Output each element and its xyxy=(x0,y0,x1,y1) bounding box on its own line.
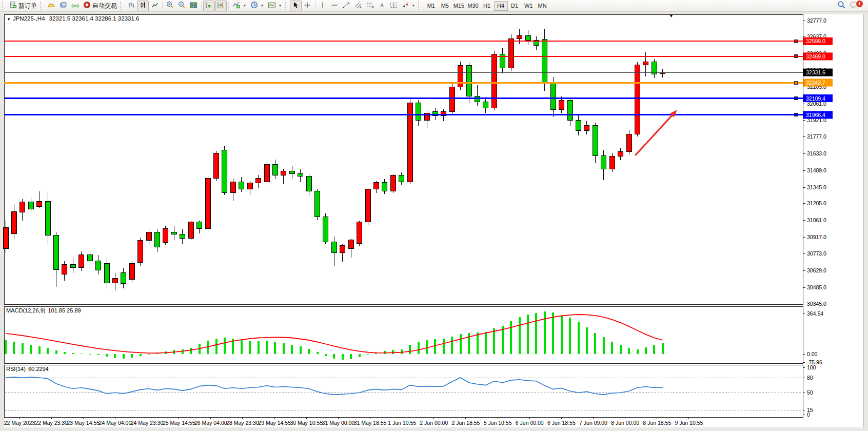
rsi-indicator-label: RSI(14)60.2294 xyxy=(6,366,49,372)
auto-scroll-button[interactable] xyxy=(203,1,215,11)
channel-icon: E xyxy=(354,2,362,10)
autotrading-label: 自动交易 xyxy=(92,2,117,10)
svg-text:32331.6: 32331.6 xyxy=(806,69,825,75)
new-order-icon xyxy=(9,1,17,10)
svg-text:8 Jun 00:00: 8 Jun 00:00 xyxy=(611,420,639,426)
svg-text:6 Jun 18:55: 6 Jun 18:55 xyxy=(547,420,576,426)
indicators-icon xyxy=(232,1,241,10)
rsi-value: 60.2294 xyxy=(28,366,49,372)
toolbar-separator xyxy=(201,2,202,10)
toolbar-grip[interactable] xyxy=(285,2,288,10)
svg-text:30345.0: 30345.0 xyxy=(807,301,826,307)
horizontal-line-button[interactable] xyxy=(329,1,341,11)
data-window-button[interactable] xyxy=(57,1,69,11)
svg-text:31633.0: 31633.0 xyxy=(807,150,826,156)
symbol-dropdown-icon[interactable]: ▼ xyxy=(7,17,11,22)
gold-ingot-icon xyxy=(47,2,55,10)
text-button[interactable]: A xyxy=(376,1,388,11)
text-label-icon: T xyxy=(390,2,398,10)
tf-W1-button[interactable]: W1 xyxy=(522,1,536,11)
svg-text:32109.4: 32109.4 xyxy=(806,95,825,102)
crosshair-icon xyxy=(304,2,311,10)
dropdown-caret-icon: ▼ xyxy=(412,4,415,7)
ohlc-bars-icon xyxy=(128,2,135,10)
tf-H1-button[interactable]: H1 xyxy=(480,1,494,11)
tf-M30-button[interactable]: M30 xyxy=(466,1,480,11)
zoom-in-icon xyxy=(166,1,174,10)
symbol-title: JPN225-,H4 xyxy=(13,15,45,22)
toolbar-grip[interactable] xyxy=(2,2,5,10)
tf-M1-button[interactable]: M1 xyxy=(424,1,438,11)
fibonacci-icon: F xyxy=(366,2,374,10)
dropdown-caret-icon: ▼ xyxy=(243,4,246,7)
chart-canvas[interactable]: 32777.032637.032493.032349.032205.032061… xyxy=(0,0,868,431)
vertical-line-icon xyxy=(320,2,326,10)
svg-text:8 Jun 18:55: 8 Jun 18:55 xyxy=(643,420,671,426)
trendline-button[interactable] xyxy=(341,1,352,11)
macd-name: MACD(12,26,9) xyxy=(6,307,45,314)
fibonacci-button[interactable]: F xyxy=(364,1,376,11)
svg-text:30485.0: 30485.0 xyxy=(807,284,826,290)
svg-text:32243.7: 32243.7 xyxy=(806,80,825,86)
svg-text:0: 0 xyxy=(807,412,810,418)
line-chart-icon xyxy=(151,2,159,10)
svg-text:32469.0: 32469.0 xyxy=(806,53,825,60)
text-label-button[interactable]: T xyxy=(388,1,400,11)
zoom-out-icon xyxy=(178,1,186,10)
signal-icon xyxy=(71,2,79,10)
templates-button[interactable]: ▼ xyxy=(266,1,284,11)
toolbar-grip[interactable] xyxy=(40,2,43,10)
dropdown-caret-icon: ▼ xyxy=(261,4,264,7)
tf-D1-button[interactable]: D1 xyxy=(508,1,522,11)
svg-text:30917.0: 30917.0 xyxy=(807,234,826,240)
bar-chart-button[interactable] xyxy=(125,1,137,11)
zoom-in-button[interactable] xyxy=(164,1,176,11)
equidistant-channel-button[interactable]: E xyxy=(352,1,364,11)
svg-text:30773.0: 30773.0 xyxy=(807,250,826,257)
tf-M5-button[interactable]: M5 xyxy=(438,1,452,11)
svg-text:7 Jun 09:00: 7 Jun 09:00 xyxy=(579,420,607,426)
svg-text:32777.0: 32777.0 xyxy=(807,17,826,24)
zoom-out-button[interactable] xyxy=(176,1,188,11)
crosshair-button[interactable] xyxy=(302,1,313,11)
line-chart-button[interactable] xyxy=(149,1,161,11)
notification-badge: 1 xyxy=(856,0,863,8)
auto-scroll-icon xyxy=(205,2,213,10)
chart-shift-button[interactable] xyxy=(215,1,227,11)
periods-button[interactable]: ▼ xyxy=(248,1,266,11)
svg-text:25 May 14:55: 25 May 14:55 xyxy=(163,420,195,426)
svg-text:2 Jun 18:55: 2 Jun 18:55 xyxy=(452,420,480,426)
svg-text:364.54: 364.54 xyxy=(807,310,823,317)
tile-windows-button[interactable] xyxy=(188,1,200,11)
svg-text:24 May 04:00: 24 May 04:00 xyxy=(99,420,132,426)
signals-button[interactable] xyxy=(69,1,81,11)
cursor-button[interactable] xyxy=(290,1,302,11)
svg-text:30 May 10:55: 30 May 10:55 xyxy=(290,420,323,426)
arrows-icon xyxy=(402,2,409,10)
svg-text:31489.0: 31489.0 xyxy=(807,167,826,173)
scroll-marker-icon[interactable]: ▼ xyxy=(669,13,674,18)
toolbar-grip[interactable] xyxy=(418,2,421,10)
search-button[interactable] xyxy=(835,1,848,11)
tf-M15-button[interactable]: M15 xyxy=(452,1,466,11)
arrows-tool-button[interactable]: ▼ xyxy=(400,1,417,11)
svg-text:F: F xyxy=(372,6,374,9)
toolbar-separator xyxy=(162,2,163,10)
tile-windows-icon xyxy=(190,2,198,10)
cursor-arrow-icon xyxy=(292,2,299,10)
notifications-button[interactable]: 1 xyxy=(848,1,862,11)
autotrading-button[interactable]: 自动交易 xyxy=(81,1,119,11)
svg-text:30629.0: 30629.0 xyxy=(807,267,826,273)
tf-H4-button[interactable]: H4 xyxy=(494,1,508,11)
blue-panel-icon xyxy=(60,2,67,10)
indicators-button[interactable]: ▼ xyxy=(230,1,248,11)
svg-text:23 May 14:55: 23 May 14:55 xyxy=(67,420,100,426)
new-order-button[interactable]: 新订单 xyxy=(7,1,39,11)
svg-text:A: A xyxy=(380,2,384,8)
market-watch-button[interactable] xyxy=(45,1,57,11)
candlestick-chart-button[interactable] xyxy=(137,1,149,11)
tf-MN-button[interactable]: MN xyxy=(536,1,549,11)
toolbar-grip[interactable] xyxy=(120,2,123,10)
svg-text:32599.0: 32599.0 xyxy=(806,38,825,44)
vertical-line-button[interactable] xyxy=(317,1,329,11)
